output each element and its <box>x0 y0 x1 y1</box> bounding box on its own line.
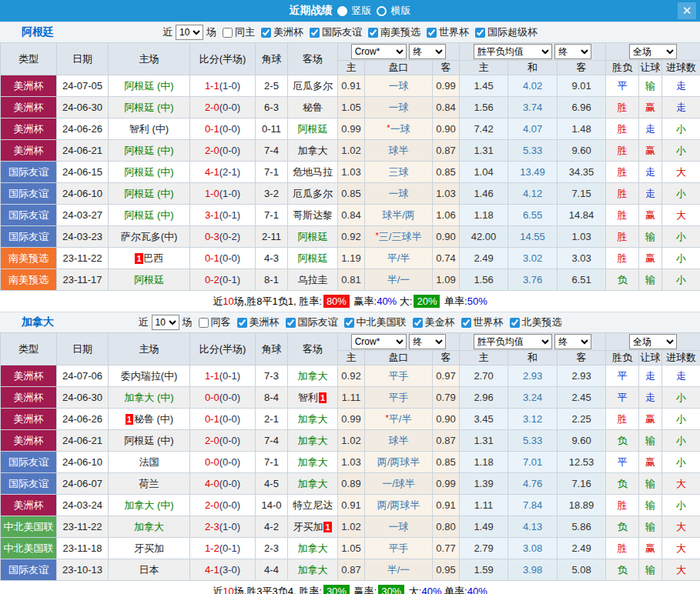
radio-horizontal-layout-icon[interactable] <box>377 6 387 16</box>
avg-away-cell: 2.25 <box>558 409 606 430</box>
radio-vertical-layout-icon[interactable] <box>337 6 347 16</box>
avg-away-cell: 14.84 <box>558 205 606 226</box>
result-cell: 胜 <box>606 162 639 183</box>
team-name: 加拿大 <box>298 542 328 554</box>
handicap-result-cell: 赢 <box>639 97 662 118</box>
away-odds-cell: 0.90 <box>433 226 460 248</box>
competition-checkbox[interactable] <box>310 28 320 38</box>
col-date: 日期 <box>57 43 109 75</box>
same-venue-checkbox[interactable] <box>223 28 233 38</box>
competition-label[interactable]: 中北美国联 <box>357 315 407 329</box>
odds-final-select[interactable]: 终 <box>409 334 446 349</box>
competition-label[interactable]: 美金杯 <box>425 315 455 329</box>
fulltime-score: 2-0 <box>205 435 219 446</box>
competition-label[interactable]: 国际友谊 <box>322 25 362 39</box>
competition-checkbox[interactable] <box>413 318 423 328</box>
handicap-result-cell: 赢 <box>639 538 662 559</box>
team-title: 阿根廷 <box>22 25 54 39</box>
competition-label[interactable]: 国际超级杯 <box>487 25 538 39</box>
competition-label[interactable]: 国际友谊 <box>298 315 338 329</box>
handicap-cell: 两/两球半 <box>365 452 433 473</box>
avg-final-select[interactable]: 终 <box>554 334 591 349</box>
away-odds-cell: 1.06 <box>433 205 460 226</box>
competition-checkbox[interactable] <box>475 28 485 38</box>
fulltime-score: 3-1 <box>205 209 219 221</box>
avg-home-cell: 1.59 <box>460 559 508 581</box>
handicap-value: 一球 <box>389 80 409 92</box>
odds-group-header: Crow* 终 <box>338 43 460 61</box>
fulltime-score: 4-1 <box>205 166 219 178</box>
same-venue-label[interactable]: 同主 <box>235 25 255 39</box>
summary-line: 近10场,胜3平3负4, 胜率:30% 赢率:30% 大:40% 单率:40% <box>0 581 700 594</box>
competition-label[interactable]: 南美预选 <box>380 25 420 39</box>
competition-label[interactable]: 美洲杯 <box>250 315 280 329</box>
odds-final-select[interactable]: 终 <box>409 44 446 59</box>
competition-checkbox[interactable] <box>427 28 437 38</box>
section-bar: 加拿大近10场同客美洲杯国际友谊中北美国联美金杯世界杯北美预选 <box>0 312 700 332</box>
page-title: 近期战绩 <box>290 4 333 18</box>
recent-count-select[interactable]: 10 <box>152 315 179 330</box>
avg-draw-cell: 4.07 <box>508 118 558 140</box>
avg-draw-cell: 13.49 <box>508 162 558 183</box>
halftime-score: (0-0) <box>219 499 240 511</box>
home-odds-cell: 0.91 <box>338 75 365 97</box>
fulltime-score: 0-1 <box>205 252 219 264</box>
corner-cell: 7-1 <box>256 162 288 183</box>
handicap-cell: *平/半 <box>365 409 433 430</box>
away-team-cell: 厄瓜多尔 <box>288 183 338 205</box>
avg-draw-cell: 2.93 <box>508 365 558 387</box>
games-label: 场 <box>206 25 216 39</box>
score-cell: 4-0(0-0) <box>190 473 256 495</box>
competition-label[interactable]: 世界杯 <box>474 315 504 329</box>
match-date-cell: 24-06-07 <box>57 473 109 495</box>
handicap-value: 一球 <box>389 102 409 113</box>
odds-provider-select[interactable]: Crow* <box>351 334 407 349</box>
summary-line: 近10场,胜8平1负1, 胜率:80% 赢率:40% 大:20% 单率:50% <box>0 291 700 312</box>
competition-checkbox[interactable] <box>461 318 471 328</box>
competition-checkbox[interactable] <box>261 28 271 38</box>
match-date-cell: 24-07-05 <box>57 75 109 97</box>
home-odds-cell: 0.99 <box>338 118 365 140</box>
avg-odds-select[interactable]: 胜平负均值 <box>474 44 552 59</box>
competition-checkbox[interactable] <box>286 318 296 328</box>
competition-label[interactable]: 世界杯 <box>439 25 469 39</box>
home-team-cell: 法国 <box>109 452 190 473</box>
handicap-cell: *三/三球半 <box>365 226 433 248</box>
close-icon[interactable]: ✕ <box>678 2 696 19</box>
team-name: 牙买加 <box>134 542 164 554</box>
competition-checkbox[interactable] <box>510 318 520 328</box>
score-cell: 2-0(0-0) <box>190 495 256 516</box>
home-odds-cell: 1.05 <box>338 538 365 559</box>
avg-final-select[interactable]: 终 <box>554 44 591 59</box>
odds-sub-header: 盘口 <box>365 351 433 365</box>
competition-checkbox[interactable] <box>368 28 378 38</box>
competition-checkbox[interactable] <box>237 318 247 328</box>
home-team-cell: 阿根廷 <box>109 269 190 291</box>
period-select[interactable]: 全场 <box>629 334 677 349</box>
radio-horizontal-label[interactable]: 横版 <box>391 4 411 18</box>
halftime-score: (0-1) <box>219 274 240 285</box>
home-team-cell: 1秘鲁 (中) <box>109 409 190 430</box>
period-select[interactable]: 全场 <box>629 44 677 59</box>
away-team-cell: 阿根廷 <box>288 226 338 248</box>
recent-count-select[interactable]: 10 <box>176 25 203 40</box>
avg-draw-cell: 4.13 <box>508 516 558 538</box>
avg-home-cell: 42.00 <box>460 226 508 248</box>
radio-vertical-label[interactable]: 竖版 <box>352 4 372 18</box>
avg-odds-select[interactable]: 胜平负均值 <box>474 334 552 349</box>
home-team-cell: 阿根廷 (中) <box>109 430 190 452</box>
competition-label[interactable]: 美洲杯 <box>273 25 303 39</box>
same-venue-label[interactable]: 同客 <box>211 315 231 329</box>
home-team-cell: 加拿大 (中) <box>109 387 190 409</box>
filter-controls: 近10场同主美洲杯国际友谊南美预选世界杯国际超级杯 <box>161 25 539 40</box>
avg-away-cell: 9.60 <box>558 430 606 452</box>
summary-part: 50% <box>467 295 487 307</box>
same-venue-checkbox[interactable] <box>199 318 209 328</box>
odds-provider-select[interactable]: Crow* <box>351 44 407 59</box>
team-name: 阿根廷 (中) <box>124 102 173 113</box>
summary-part: 20% <box>414 295 440 308</box>
corner-cell: 3-2 <box>256 183 288 205</box>
competition-checkbox[interactable] <box>344 318 354 328</box>
avg-sub-header: 主 <box>460 351 508 365</box>
competition-label[interactable]: 北美预选 <box>522 315 562 329</box>
